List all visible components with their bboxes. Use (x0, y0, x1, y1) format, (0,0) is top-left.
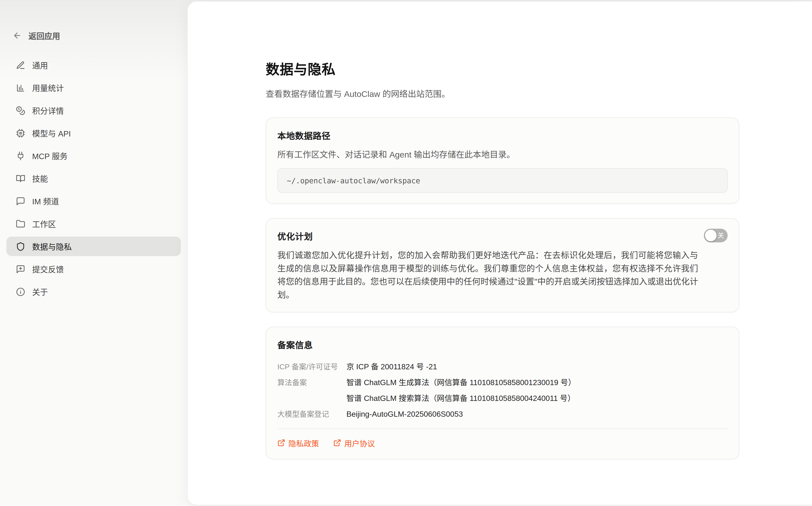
registration-info-title: 备案信息 (277, 338, 728, 351)
sidebar-item-workspace[interactable]: 工作区 (6, 214, 181, 233)
external-link-icon (333, 439, 341, 447)
back-to-app-label: 返回应用 (28, 30, 60, 41)
sidebar-item-label: 提交反馈 (32, 263, 64, 274)
local-data-path-description: 所有工作区文件、对话记录和 Agent 输出均存储在此本地目录。 (277, 148, 728, 160)
info-circle-icon (16, 287, 25, 297)
shield-icon (16, 242, 25, 251)
llm-registration-label: 大模型备案登记 (277, 409, 346, 419)
sidebar-item-label: 数据与隐私 (32, 241, 72, 252)
sidebar-item-im-channels[interactable]: IM 频道 (6, 191, 181, 211)
sidebar-item-usage-stats[interactable]: 用量统计 (6, 78, 181, 97)
local-data-path-card: 本地数据路径 所有工作区文件、对话记录和 Agent 输出均存储在此本地目录。 … (266, 117, 739, 204)
sidebar-item-label: 通用 (32, 60, 48, 71)
algorithm-registration-value-1: 智谱 ChatGLM 生成算法（网信算备 1101081058580012300… (346, 378, 728, 388)
registration-info-card: 备案信息 ICP 备案/许可证号 京 ICP 备 20011824 号 -21 … (266, 327, 739, 459)
sidebar-item-about[interactable]: 关于 (6, 282, 181, 302)
page-title: 数据与隐私 (266, 59, 739, 78)
settings-sidebar: 返回应用 通用 用量统计 积分详情 (0, 0, 187, 506)
icp-license-label: ICP 备案/许可证号 (277, 362, 346, 372)
sidebar-item-models-api[interactable]: 模型与 API (6, 123, 181, 143)
sidebar-item-general[interactable]: 通用 (6, 55, 181, 75)
algorithm-registration-label: 算法备案 (277, 378, 346, 388)
card-divider (277, 428, 728, 429)
icp-license-value: 京 ICP 备 20011824 号 -21 (346, 362, 728, 372)
optimization-plan-description: 我们诚邀您加入优化提升计划，您的加入会帮助我们更好地迭代产品：在去标识化处理后，… (277, 249, 698, 301)
privacy-policy-label: 隐私政策 (288, 437, 319, 448)
user-agreement-link[interactable]: 用户协议 (333, 437, 375, 448)
sidebar-item-label: 积分详情 (32, 105, 64, 116)
coins-icon (16, 106, 25, 115)
plug-icon (16, 151, 25, 161)
arrow-left-icon (13, 31, 22, 40)
sidebar-item-mcp-services[interactable]: MCP 服务 (6, 146, 181, 165)
algorithm-registration-value-2: 智谱 ChatGLM 搜索算法（网信算备 1101081058580042400… (346, 394, 728, 404)
sidebar-item-label: 工作区 (32, 218, 56, 229)
sidebar-item-label: 技能 (32, 173, 48, 184)
toggle-knob (705, 230, 717, 241)
local-data-path-title: 本地数据路径 (277, 129, 728, 142)
sidebar-item-credits[interactable]: 积分详情 (6, 101, 181, 120)
llm-registration-value: Beijing-AutoGLM-20250606S0053 (346, 409, 728, 419)
sidebar-item-label: MCP 服务 (32, 150, 68, 161)
user-agreement-label: 用户协议 (344, 437, 375, 448)
sidebar-item-label: 关于 (32, 286, 48, 297)
page-subtitle: 查看数据存储位置与 AutoClaw 的网络出站范围。 (266, 87, 739, 100)
sidebar-item-skills[interactable]: 技能 (6, 169, 181, 188)
registration-rows: ICP 备案/许可证号 京 ICP 备 20011824 号 -21 算法备案 … (277, 362, 728, 419)
data-privacy-page: 数据与隐私 查看数据存储位置与 AutoClaw 的网络出站范围。 本地数据路径… (188, 2, 739, 459)
settings-window: 返回应用 通用 用量统计 积分详情 (0, 0, 812, 506)
sidebar-nav: 通用 用量统计 积分详情 模型与 API (6, 55, 181, 305)
cpu-chip-icon (16, 128, 25, 138)
toggle-state-label: 关 (718, 229, 724, 242)
optimization-plan-title: 优化计划 (277, 230, 728, 242)
external-link-icon (277, 439, 285, 447)
sidebar-item-label: 用量统计 (32, 82, 64, 93)
settings-cards: 本地数据路径 所有工作区文件、对话记录和 Agent 输出均存储在此本地目录。 … (266, 117, 739, 459)
message-square-plus-icon (16, 264, 25, 274)
sidebar-item-feedback[interactable]: 提交反馈 (6, 259, 181, 279)
workspace-path-value: ~/.openclaw-autoclaw/workspace (287, 176, 420, 185)
optimization-toggle[interactable]: 关 (704, 229, 728, 242)
sidebar-item-label: 模型与 API (32, 128, 71, 139)
book-open-icon (16, 174, 25, 183)
optimization-plan-card: 优化计划 关 我们诚邀您加入优化提升计划，您的加入会帮助我们更好地迭代产品：在去… (266, 218, 739, 313)
pencil-icon (16, 60, 25, 70)
policy-links: 隐私政策 用户协议 (277, 437, 728, 448)
bar-chart-icon (16, 83, 25, 93)
back-to-app-button[interactable]: 返回应用 (6, 30, 181, 41)
message-square-icon (16, 196, 25, 206)
privacy-policy-link[interactable]: 隐私政策 (277, 437, 319, 448)
sidebar-item-label: IM 频道 (32, 195, 59, 206)
sidebar-item-data-privacy[interactable]: 数据与隐私 (6, 237, 181, 256)
workspace-path-field[interactable]: ~/.openclaw-autoclaw/workspace (277, 168, 728, 193)
main-panel: 数据与隐私 查看数据存储位置与 AutoClaw 的网络出站范围。 本地数据路径… (187, 1, 812, 505)
folder-icon (16, 219, 25, 229)
